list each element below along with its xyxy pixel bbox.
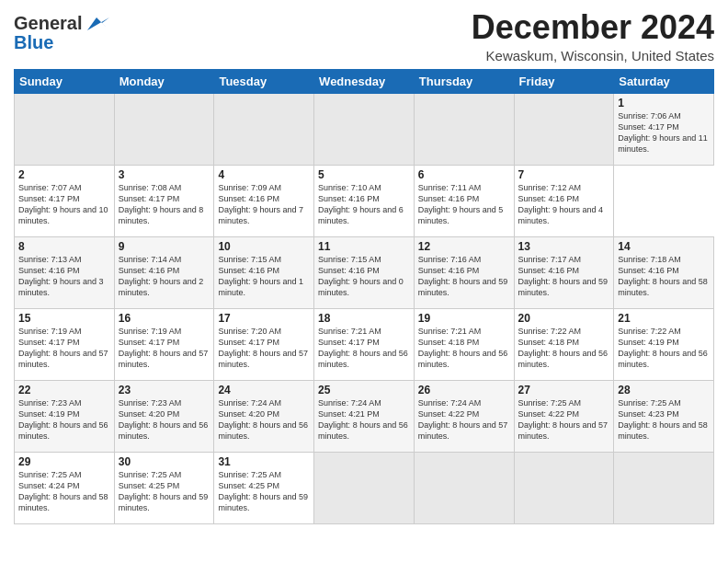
- day-number: 17: [218, 312, 310, 325]
- day-cell: 6Sunrise: 7:11 AM Sunset: 4:16 PM Daylig…: [414, 165, 514, 236]
- day-number: 23: [119, 384, 210, 396]
- calendar-week-row: 8Sunrise: 7:13 AM Sunset: 4:16 PM Daylig…: [15, 236, 714, 308]
- day-content: Sunrise: 7:16 AM Sunset: 4:16 PM Dayligh…: [418, 254, 510, 299]
- day-content: Sunrise: 7:21 AM Sunset: 4:17 PM Dayligh…: [318, 326, 410, 371]
- day-cell: 13Sunrise: 7:17 AM Sunset: 4:16 PM Dayli…: [514, 236, 614, 308]
- day-content: Sunrise: 7:25 AM Sunset: 4:25 PM Dayligh…: [218, 469, 310, 514]
- day-number: 19: [418, 312, 510, 325]
- calendar-week-row: 15Sunrise: 7:19 AM Sunset: 4:17 PM Dayli…: [15, 308, 714, 380]
- empty-day-cell: [514, 93, 614, 165]
- calendar-week-row: 2Sunrise: 7:07 AM Sunset: 4:17 PM Daylig…: [15, 165, 714, 236]
- empty-day-cell: [514, 452, 614, 523]
- day-number: 21: [618, 312, 710, 325]
- day-cell: 31Sunrise: 7:25 AM Sunset: 4:25 PM Dayli…: [214, 452, 314, 523]
- day-number: 4: [218, 168, 310, 181]
- day-content: Sunrise: 7:25 AM Sunset: 4:22 PM Dayligh…: [518, 397, 610, 442]
- day-cell: 23Sunrise: 7:23 AM Sunset: 4:20 PM Dayli…: [114, 380, 214, 452]
- empty-day-cell: [214, 93, 314, 165]
- day-cell: 26Sunrise: 7:24 AM Sunset: 4:22 PM Dayli…: [414, 380, 514, 452]
- day-cell: 12Sunrise: 7:16 AM Sunset: 4:16 PM Dayli…: [414, 236, 514, 308]
- day-content: Sunrise: 7:15 AM Sunset: 4:16 PM Dayligh…: [318, 254, 410, 299]
- day-number: 6: [418, 168, 510, 181]
- empty-day-cell: [614, 452, 714, 523]
- calendar-week-row: 1Sunrise: 7:06 AM Sunset: 4:17 PM Daylig…: [15, 93, 714, 165]
- day-content: Sunrise: 7:15 AM Sunset: 4:16 PM Dayligh…: [218, 254, 310, 299]
- day-content: Sunrise: 7:11 AM Sunset: 4:16 PM Dayligh…: [418, 182, 510, 227]
- day-cell: 1Sunrise: 7:06 AM Sunset: 4:17 PM Daylig…: [614, 93, 714, 165]
- day-number: 10: [218, 240, 310, 253]
- day-cell: 16Sunrise: 7:19 AM Sunset: 4:17 PM Dayli…: [114, 308, 214, 380]
- empty-day-cell: [114, 93, 214, 165]
- day-number: 16: [119, 312, 210, 325]
- empty-day-cell: [314, 452, 415, 523]
- calendar-week-row: 22Sunrise: 7:23 AM Sunset: 4:19 PM Dayli…: [15, 380, 714, 452]
- logo: General Blue: [14, 13, 109, 53]
- day-content: Sunrise: 7:07 AM Sunset: 4:17 PM Dayligh…: [18, 182, 110, 227]
- calendar-week-row: 29Sunrise: 7:25 AM Sunset: 4:24 PM Dayli…: [15, 452, 714, 523]
- day-cell: 3Sunrise: 7:08 AM Sunset: 4:17 PM Daylig…: [114, 165, 214, 236]
- day-number: 26: [418, 384, 510, 396]
- day-number: 12: [418, 240, 510, 253]
- day-number: 7: [518, 168, 610, 181]
- day-content: Sunrise: 7:20 AM Sunset: 4:17 PM Dayligh…: [218, 326, 310, 371]
- day-content: Sunrise: 7:12 AM Sunset: 4:16 PM Dayligh…: [518, 182, 610, 227]
- day-content: Sunrise: 7:06 AM Sunset: 4:17 PM Dayligh…: [618, 110, 710, 155]
- day-cell: 11Sunrise: 7:15 AM Sunset: 4:16 PM Dayli…: [314, 236, 415, 308]
- logo-blue-text: Blue: [14, 32, 53, 53]
- empty-day-cell: [314, 93, 415, 165]
- page-container: General Blue December 2024 Kewaskum, Wis…: [0, 0, 728, 529]
- day-cell: 20Sunrise: 7:22 AM Sunset: 4:18 PM Dayli…: [514, 308, 614, 380]
- day-number: 18: [318, 312, 410, 325]
- empty-day-cell: [414, 452, 514, 523]
- day-content: Sunrise: 7:24 AM Sunset: 4:20 PM Dayligh…: [218, 397, 310, 442]
- day-content: Sunrise: 7:17 AM Sunset: 4:16 PM Dayligh…: [518, 254, 610, 299]
- day-cell: 27Sunrise: 7:25 AM Sunset: 4:22 PM Dayli…: [514, 380, 614, 452]
- weekday-header-tuesday: Tuesday: [214, 69, 314, 93]
- day-number: 14: [618, 240, 710, 253]
- month-title: December 2024: [472, 9, 714, 46]
- day-cell: 29Sunrise: 7:25 AM Sunset: 4:24 PM Dayli…: [15, 452, 115, 523]
- day-cell: 2Sunrise: 7:07 AM Sunset: 4:17 PM Daylig…: [15, 165, 115, 236]
- day-content: Sunrise: 7:25 AM Sunset: 4:25 PM Dayligh…: [119, 469, 210, 514]
- day-number: 30: [119, 455, 210, 468]
- empty-day-cell: [414, 93, 514, 165]
- day-number: 2: [18, 168, 110, 181]
- weekday-header-sunday: Sunday: [15, 69, 115, 93]
- day-number: 31: [218, 455, 310, 468]
- day-number: 3: [119, 168, 210, 181]
- day-cell: 4Sunrise: 7:09 AM Sunset: 4:16 PM Daylig…: [214, 165, 314, 236]
- day-cell: 18Sunrise: 7:21 AM Sunset: 4:17 PM Dayli…: [314, 308, 415, 380]
- day-content: Sunrise: 7:18 AM Sunset: 4:16 PM Dayligh…: [618, 254, 710, 299]
- calendar-table: SundayMondayTuesdayWednesdayThursdayFrid…: [14, 69, 714, 524]
- day-cell: 28Sunrise: 7:25 AM Sunset: 4:23 PM Dayli…: [614, 380, 714, 452]
- day-content: Sunrise: 7:21 AM Sunset: 4:18 PM Dayligh…: [418, 326, 510, 371]
- day-content: Sunrise: 7:23 AM Sunset: 4:20 PM Dayligh…: [119, 397, 210, 442]
- day-number: 5: [318, 168, 410, 181]
- location: Kewaskum, Wisconsin, United States: [472, 48, 714, 63]
- title-block: December 2024 Kewaskum, Wisconsin, Unite…: [472, 9, 714, 63]
- day-content: Sunrise: 7:09 AM Sunset: 4:16 PM Dayligh…: [218, 182, 310, 227]
- weekday-header-saturday: Saturday: [614, 69, 714, 93]
- day-number: 22: [18, 384, 110, 396]
- day-cell: 21Sunrise: 7:22 AM Sunset: 4:19 PM Dayli…: [614, 308, 714, 380]
- svg-marker-0: [87, 17, 109, 30]
- day-cell: 15Sunrise: 7:19 AM Sunset: 4:17 PM Dayli…: [15, 308, 115, 380]
- day-cell: 19Sunrise: 7:21 AM Sunset: 4:18 PM Dayli…: [414, 308, 514, 380]
- day-cell: 5Sunrise: 7:10 AM Sunset: 4:16 PM Daylig…: [314, 165, 415, 236]
- day-content: Sunrise: 7:23 AM Sunset: 4:19 PM Dayligh…: [18, 397, 110, 442]
- weekday-header-friday: Friday: [514, 69, 614, 93]
- header: General Blue December 2024 Kewaskum, Wis…: [14, 9, 714, 63]
- logo-text: General: [14, 13, 82, 34]
- weekday-header-row: SundayMondayTuesdayWednesdayThursdayFrid…: [15, 69, 714, 93]
- day-content: Sunrise: 7:14 AM Sunset: 4:16 PM Dayligh…: [119, 254, 210, 299]
- day-number: 28: [618, 384, 710, 396]
- day-content: Sunrise: 7:24 AM Sunset: 4:22 PM Dayligh…: [418, 397, 510, 442]
- day-cell: 30Sunrise: 7:25 AM Sunset: 4:25 PM Dayli…: [114, 452, 214, 523]
- day-number: 15: [18, 312, 110, 325]
- day-content: Sunrise: 7:22 AM Sunset: 4:19 PM Dayligh…: [618, 326, 710, 371]
- day-number: 27: [518, 384, 610, 396]
- day-cell: 8Sunrise: 7:13 AM Sunset: 4:16 PM Daylig…: [15, 236, 115, 308]
- day-number: 25: [318, 384, 410, 396]
- day-number: 1: [618, 97, 710, 109]
- day-cell: 10Sunrise: 7:15 AM Sunset: 4:16 PM Dayli…: [214, 236, 314, 308]
